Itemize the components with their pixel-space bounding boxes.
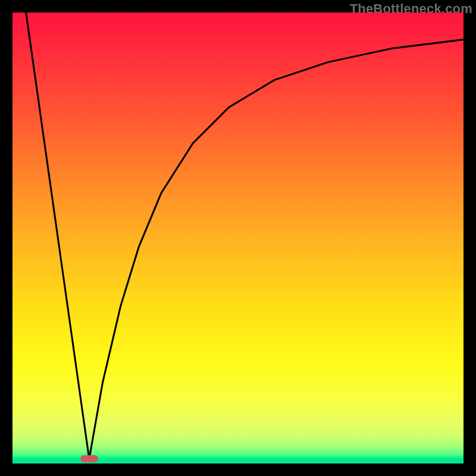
bottleneck-curve [12,12,464,464]
trough-marker [80,455,98,462]
plot-area [12,12,464,464]
chart-frame: TheBottleneck.com [0,0,476,476]
